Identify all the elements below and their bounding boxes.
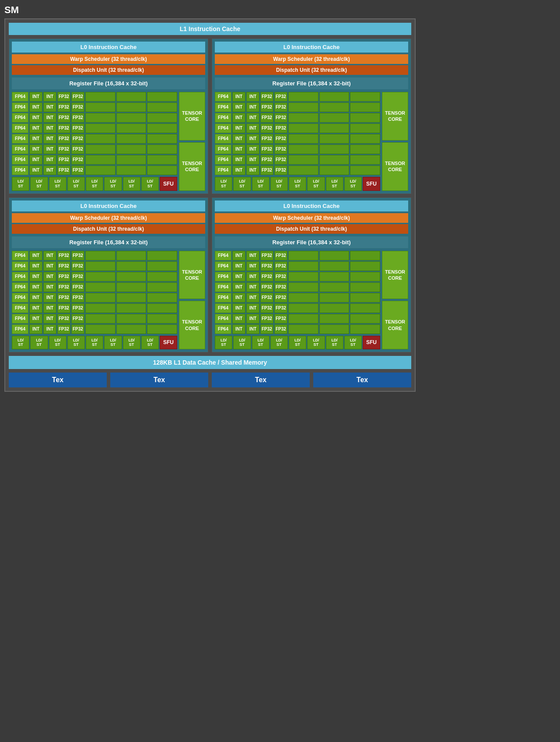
sub-unit-4: L0 Instruction Cache Warp Scheduler (32 … xyxy=(212,197,411,353)
tex-1: Tex xyxy=(9,373,107,387)
cores-area-2: FP64INTINTFP32FP32 FP64INTINTFP32FP32 FP… xyxy=(215,92,408,191)
l0-cache-3: L0 Instruction Cache xyxy=(12,200,205,211)
sm-label: SM xyxy=(4,4,416,16)
tex-4: Tex xyxy=(313,373,411,387)
tensor-core-4b: TENSOR CORE xyxy=(382,301,408,349)
cores-area-1: FP64INTINTFP32FP32 FP64INTINTFP32FP32 FP… xyxy=(12,92,205,191)
tensor-section-3: TENSOR CORE TENSOR CORE xyxy=(179,251,205,350)
core-grid-2: FP64INTINTFP32FP32 FP64INTINTFP32FP32 FP… xyxy=(215,92,380,191)
core-grid-1: FP64INTINTFP32FP32 FP64INTINTFP32FP32 FP… xyxy=(12,92,177,191)
cores-area-3: FP64INTINTFP32FP32 FP64INTINTFP32FP32 FP… xyxy=(12,251,205,350)
l0-cache-2: L0 Instruction Cache xyxy=(215,42,408,53)
tensor-core-4a: TENSOR CORE xyxy=(382,251,408,299)
warp-scheduler-4: Warp Scheduler (32 thread/clk) xyxy=(215,213,408,223)
l0-cache-4: L0 Instruction Cache xyxy=(215,200,408,211)
cores-area-4: FP64INTINTFP32FP32 FP64INTINTFP32FP32 FP… xyxy=(215,251,408,350)
sm-container: L1 Instruction Cache L0 Instruction Cach… xyxy=(4,18,416,392)
tensor-section-2: TENSOR CORE TENSOR CORE xyxy=(382,92,408,191)
sub-unit-2: L0 Instruction Cache Warp Scheduler (32 … xyxy=(212,39,411,194)
core-grid-4: FP64INTINTFP32FP32 FP64INTINTFP32FP32 FP… xyxy=(215,251,380,350)
tensor-core-2b: TENSOR CORE xyxy=(382,142,408,191)
tensor-core-3a: TENSOR CORE xyxy=(179,251,205,299)
tex-2: Tex xyxy=(110,373,208,387)
tex-row: Tex Tex Tex Tex xyxy=(9,373,411,387)
register-file-2: Register File (16,384 x 32-bit) xyxy=(215,77,408,89)
warp-scheduler-1: Warp Scheduler (32 thread/clk) xyxy=(12,54,205,64)
tensor-section-1: TENSOR CORE TENSOR CORE xyxy=(179,92,205,191)
tensor-core-1b: TENSOR CORE xyxy=(179,142,205,191)
warp-scheduler-2: Warp Scheduler (32 thread/clk) xyxy=(215,54,408,64)
register-file-3: Register File (16,384 x 32-bit) xyxy=(12,236,205,248)
tensor-core-3b: TENSOR CORE xyxy=(179,301,205,349)
core-grid-3: FP64INTINTFP32FP32 FP64INTINTFP32FP32 FP… xyxy=(12,251,177,350)
sub-unit-3: L0 Instruction Cache Warp Scheduler (32 … xyxy=(9,197,208,353)
l1-data-cache: 128KB L1 Data Cache / Shared Memory xyxy=(9,356,411,369)
register-file-1: Register File (16,384 x 32-bit) xyxy=(12,77,205,89)
warp-scheduler-3: Warp Scheduler (32 thread/clk) xyxy=(12,213,205,223)
dispatch-unit-2: Dispatch Unit (32 thread/clk) xyxy=(215,65,408,75)
tensor-core-2a: TENSOR CORE xyxy=(382,92,408,141)
dispatch-unit-1: Dispatch Unit (32 thread/clk) xyxy=(12,65,205,75)
dispatch-unit-4: Dispatch Unit (32 thread/clk) xyxy=(215,224,408,234)
sub-unit-1: L0 Instruction Cache Warp Scheduler (32 … xyxy=(9,39,208,194)
tex-3: Tex xyxy=(212,373,310,387)
tensor-section-4: TENSOR CORE TENSOR CORE xyxy=(382,251,408,350)
quad-grid: L0 Instruction Cache Warp Scheduler (32 … xyxy=(9,39,411,352)
l1-instruction-cache: L1 Instruction Cache xyxy=(9,23,411,35)
tensor-core-1a: TENSOR CORE xyxy=(179,92,205,141)
dispatch-unit-3: Dispatch Unit (32 thread/clk) xyxy=(12,224,205,234)
bottom-area: 128KB L1 Data Cache / Shared Memory Tex … xyxy=(9,356,411,387)
register-file-4: Register File (16,384 x 32-bit) xyxy=(215,236,408,248)
l0-cache-1: L0 Instruction Cache xyxy=(12,42,205,53)
